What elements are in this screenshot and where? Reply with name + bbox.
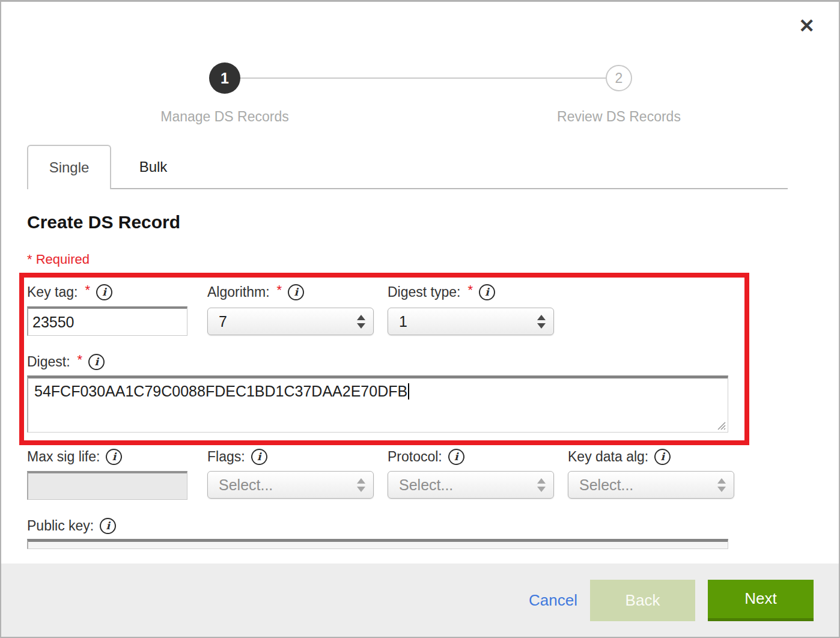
info-glyph: i bbox=[102, 287, 106, 297]
spinner-arrows-icon bbox=[357, 315, 365, 329]
info-glyph: i bbox=[94, 357, 98, 367]
tab-single[interactable]: Single bbox=[27, 145, 111, 189]
key-data-alg-select[interactable]: Select... bbox=[568, 471, 734, 499]
spinner-arrows-icon bbox=[537, 478, 546, 492]
algorithm-label: Algorithm: * i bbox=[207, 284, 304, 300]
info-icon[interactable]: i bbox=[251, 449, 267, 465]
selected-value: 7 bbox=[219, 313, 357, 330]
spinner-arrows-icon bbox=[537, 315, 546, 329]
selected-value: Select... bbox=[399, 476, 537, 494]
key-data-alg-label: Key data alg: i bbox=[568, 449, 671, 465]
selected-value: 1 bbox=[399, 313, 537, 330]
page-title: Create DS Record bbox=[27, 212, 180, 232]
field-label: Algorithm: bbox=[207, 284, 270, 300]
flags-select[interactable]: Select... bbox=[207, 471, 374, 499]
info-icon[interactable]: i bbox=[479, 284, 495, 300]
info-icon[interactable]: i bbox=[96, 284, 112, 300]
public-key-label: Public key: i bbox=[27, 518, 116, 534]
field-label: Public key: bbox=[27, 518, 94, 534]
info-icon[interactable]: i bbox=[106, 449, 122, 465]
field-label: Key data alg: bbox=[568, 449, 648, 465]
field-label: Digest type: bbox=[388, 284, 460, 300]
key-tag-input[interactable] bbox=[27, 306, 187, 336]
info-glyph: i bbox=[112, 452, 116, 462]
info-glyph: i bbox=[661, 452, 665, 462]
resize-grip-icon bbox=[717, 421, 726, 430]
digest-value: 54FCF030AA1C79C0088FDEC1BD1C37DAA2E70DFB bbox=[34, 383, 407, 400]
digest-textarea[interactable]: 54FCF030AA1C79C0088FDEC1BD1C37DAA2E70DFB bbox=[27, 375, 728, 433]
step-2-indicator: 2 bbox=[606, 65, 632, 91]
selected-value: Select... bbox=[579, 476, 717, 494]
step-1-label: Manage DS Records bbox=[105, 109, 345, 125]
digest-type-label: Digest type: * i bbox=[388, 284, 495, 300]
cancel-button[interactable]: Cancel bbox=[529, 591, 577, 610]
info-glyph: i bbox=[294, 287, 297, 297]
info-icon[interactable]: i bbox=[88, 354, 105, 370]
required-asterisk: * bbox=[78, 352, 83, 368]
public-key-textarea[interactable] bbox=[27, 539, 728, 549]
text-cursor bbox=[408, 383, 409, 400]
spinner-arrows-icon bbox=[357, 478, 365, 492]
close-icon[interactable]: ✕ bbox=[799, 16, 815, 35]
flags-label: Flags: i bbox=[207, 449, 267, 465]
tabs-divider bbox=[111, 188, 788, 189]
step-connector-line bbox=[225, 77, 619, 79]
annotation-highlight-box: Key tag: * i Algorithm: * i Digest type:… bbox=[19, 273, 749, 445]
field-label: Max sig life: bbox=[27, 449, 100, 465]
tab-bulk[interactable]: Bulk bbox=[111, 145, 195, 189]
info-icon[interactable]: i bbox=[288, 284, 304, 300]
protocol-select[interactable]: Select... bbox=[388, 471, 554, 499]
digest-type-select[interactable]: 1 bbox=[388, 308, 554, 335]
selected-value: Select... bbox=[219, 476, 357, 494]
max-sig-life-label: Max sig life: i bbox=[27, 449, 122, 465]
required-note: * Required bbox=[27, 252, 90, 267]
digest-label: Digest: * i bbox=[27, 354, 105, 370]
info-icon[interactable]: i bbox=[448, 449, 464, 465]
required-asterisk: * bbox=[277, 282, 282, 298]
required-asterisk: * bbox=[85, 282, 90, 298]
info-icon[interactable]: i bbox=[654, 449, 671, 465]
step-1-indicator: 1 bbox=[209, 62, 240, 94]
algorithm-select[interactable]: 7 bbox=[207, 308, 374, 335]
protocol-label: Protocol: i bbox=[388, 449, 464, 465]
modal-footer: Cancel Back Next bbox=[1, 564, 839, 637]
info-glyph: i bbox=[454, 452, 458, 462]
required-asterisk: * bbox=[467, 282, 473, 298]
next-button[interactable]: Next bbox=[708, 580, 814, 621]
info-glyph: i bbox=[257, 452, 261, 462]
back-button[interactable]: Back bbox=[590, 580, 695, 621]
field-label: Protocol: bbox=[388, 449, 442, 465]
info-glyph: i bbox=[106, 521, 109, 531]
spinner-arrows-icon bbox=[717, 478, 726, 492]
field-label: Flags: bbox=[207, 449, 245, 465]
create-ds-record-modal: ✕ 1 2 Manage DS Records Review DS Record… bbox=[0, 0, 840, 638]
field-label: Digest: bbox=[27, 354, 70, 370]
max-sig-life-input[interactable] bbox=[27, 471, 187, 500]
key-tag-label: Key tag: * i bbox=[27, 284, 112, 300]
info-glyph: i bbox=[485, 287, 488, 297]
info-icon[interactable]: i bbox=[100, 518, 116, 534]
step-2-label: Review DS Records bbox=[499, 109, 739, 125]
field-label: Key tag: bbox=[27, 284, 78, 300]
